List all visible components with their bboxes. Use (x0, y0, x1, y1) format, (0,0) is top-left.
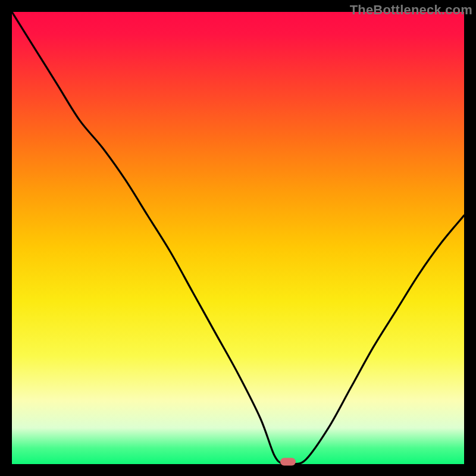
watermark-text: TheBottleneck.com (350, 2, 472, 18)
chart-frame: TheBottleneck.com (0, 0, 476, 476)
plot-area (12, 12, 464, 464)
optimal-marker (280, 458, 296, 466)
bottleneck-curve (12, 12, 464, 464)
